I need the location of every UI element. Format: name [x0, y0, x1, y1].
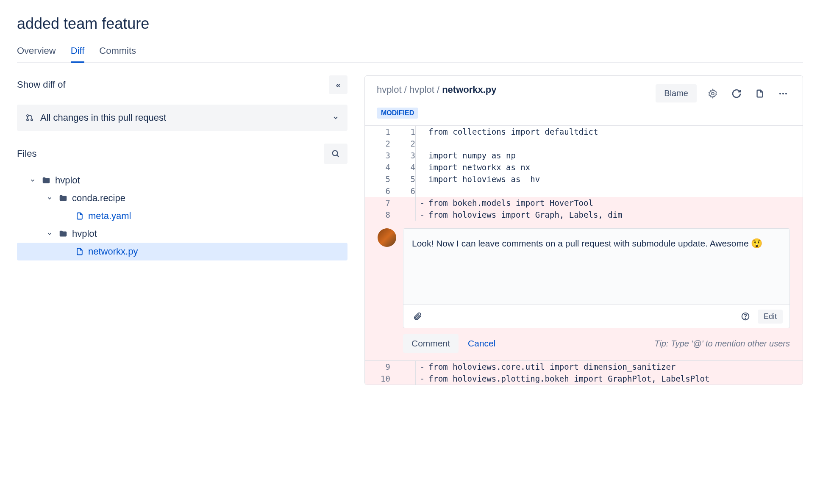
diff-marker	[416, 161, 428, 173]
tree-file-meta-yaml[interactable]: meta.yaml	[17, 207, 347, 225]
diff-marker	[416, 150, 428, 161]
diff-marker	[416, 173, 428, 185]
diff-marker: -	[416, 361, 428, 373]
search-files-button[interactable]	[324, 144, 347, 164]
tree-file-networkx-py[interactable]: networkx.py	[17, 243, 347, 260]
help-button[interactable]	[738, 309, 753, 324]
tree-label: networkx.py	[88, 246, 138, 257]
chevron-left-double-icon: «	[336, 80, 340, 90]
svg-point-5	[779, 93, 781, 94]
gear-icon	[708, 89, 718, 99]
old-line-number: 9	[365, 361, 390, 373]
submit-comment-button[interactable]: Comment	[403, 334, 459, 353]
more-actions-button[interactable]	[776, 86, 791, 101]
file-tree: hvplot conda.recipe meta.yaml hvplot	[17, 172, 347, 260]
diff-line[interactable]: 22	[365, 138, 803, 150]
new-line-number	[390, 209, 416, 221]
tab-bar: Overview Diff Commits	[17, 45, 803, 63]
code-content	[428, 185, 803, 197]
svg-point-7	[785, 93, 787, 94]
code-content	[428, 138, 803, 150]
folder-icon	[58, 229, 68, 238]
folder-icon	[58, 194, 68, 203]
collapse-sidebar-button[interactable]: «	[329, 75, 347, 94]
diff-of-title: Show diff of	[17, 79, 66, 90]
diff-marker	[416, 185, 428, 197]
diff-line[interactable]: 55import holoviews as _hv	[365, 173, 803, 185]
chevron-down-icon	[47, 195, 54, 201]
diff-marker	[416, 126, 428, 138]
search-icon	[331, 149, 340, 158]
old-line-number: 6	[365, 185, 390, 197]
status-badge-modified: MODIFIED	[377, 108, 418, 119]
file-icon	[75, 247, 84, 256]
comment-composer: Look! Now I can leave comments on a pull…	[378, 228, 790, 328]
diff-line[interactable]: 8-from holoviews import Graph, Labels, d…	[365, 209, 803, 221]
old-line-number: 7	[365, 197, 390, 209]
svg-point-0	[27, 115, 28, 116]
edit-button[interactable]: Edit	[758, 310, 783, 324]
new-line-number	[390, 361, 416, 373]
code-content: import networkx as nx	[428, 161, 803, 173]
code-content: from collections import defaultdict	[428, 126, 803, 138]
refresh-button[interactable]	[729, 86, 744, 101]
old-line-number: 4	[365, 161, 390, 173]
tree-label: hvplot	[55, 175, 80, 186]
code-content: from holoviews import Graph, Labels, dim	[428, 209, 803, 221]
diff-line[interactable]: 9-from holoviews.core.util import dimens…	[365, 361, 803, 373]
svg-point-9	[745, 318, 745, 318]
old-line-number: 10	[365, 373, 390, 385]
settings-button[interactable]	[705, 86, 720, 101]
new-line-number: 4	[390, 161, 416, 173]
diff-line[interactable]: 44import networkx as nx	[365, 161, 803, 173]
diff-table-continued: 9-from holoviews.core.util import dimens…	[365, 360, 803, 385]
old-line-number: 1	[365, 126, 390, 138]
svg-point-4	[712, 92, 714, 95]
old-line-number: 2	[365, 138, 390, 150]
chevron-down-icon	[47, 231, 54, 237]
new-line-number: 6	[390, 185, 416, 197]
old-line-number: 3	[365, 150, 390, 161]
tab-overview[interactable]: Overview	[17, 45, 56, 62]
tab-commits[interactable]: Commits	[99, 45, 136, 62]
open-file-button[interactable]	[753, 86, 767, 101]
folder-icon	[42, 176, 51, 185]
diff-scope-selector[interactable]: All changes in this pull request	[17, 105, 347, 131]
chevron-down-icon	[30, 177, 37, 183]
diff-marker	[416, 138, 428, 150]
mention-tip: Tip: Type '@' to mention other users	[654, 339, 790, 349]
new-line-number: 5	[390, 173, 416, 185]
pull-request-icon	[25, 114, 34, 122]
blame-button[interactable]: Blame	[656, 84, 697, 102]
file-breadcrumb: hvplot / hvplot / networkx.py	[377, 84, 497, 95]
comment-textarea[interactable]: Look! Now I can leave comments on a pull…	[403, 229, 789, 305]
svg-point-1	[27, 119, 28, 121]
new-line-number	[390, 373, 416, 385]
code-content: import numpy as np	[428, 150, 803, 161]
diff-line[interactable]: 7-from bokeh.models import HoverTool	[365, 197, 803, 209]
code-content: import holoviews as _hv	[428, 173, 803, 185]
new-line-number: 3	[390, 150, 416, 161]
svg-point-6	[782, 93, 784, 94]
file-icon	[75, 212, 84, 220]
new-line-number	[390, 197, 416, 209]
tree-folder-conda-recipe[interactable]: conda.recipe	[17, 189, 347, 207]
attach-file-button[interactable]	[410, 309, 425, 324]
help-circle-icon	[741, 312, 750, 321]
cancel-link[interactable]: Cancel	[468, 338, 495, 349]
paperclip-icon	[413, 312, 422, 321]
diff-marker: -	[416, 197, 428, 209]
code-content: from holoviews.plotting.bokeh import Gra…	[428, 373, 803, 385]
tree-label: conda.recipe	[72, 193, 125, 204]
diff-line[interactable]: 33import numpy as np	[365, 150, 803, 161]
tree-folder-hvplot-inner[interactable]: hvplot	[17, 225, 347, 243]
emoji-astonished: 😲	[751, 238, 762, 249]
tree-folder-hvplot[interactable]: hvplot	[17, 172, 347, 189]
diff-line[interactable]: 66	[365, 185, 803, 197]
new-line-number: 2	[390, 138, 416, 150]
diff-line[interactable]: 10-from holoviews.plotting.bokeh import …	[365, 373, 803, 385]
tab-diff[interactable]: Diff	[71, 45, 85, 63]
diff-line[interactable]: 11from collections import defaultdict	[365, 126, 803, 138]
files-title: Files	[17, 148, 36, 159]
refresh-icon	[731, 89, 742, 99]
